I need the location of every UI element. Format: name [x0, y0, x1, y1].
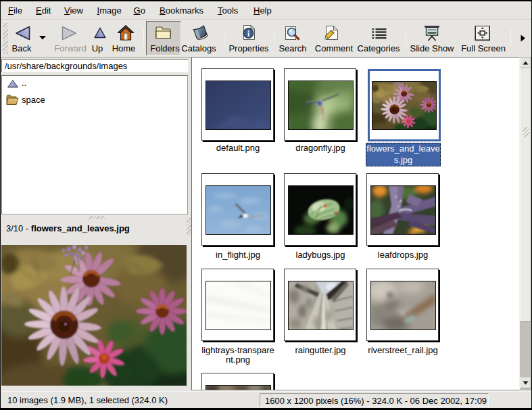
svg-text:i: i: [247, 28, 250, 39]
